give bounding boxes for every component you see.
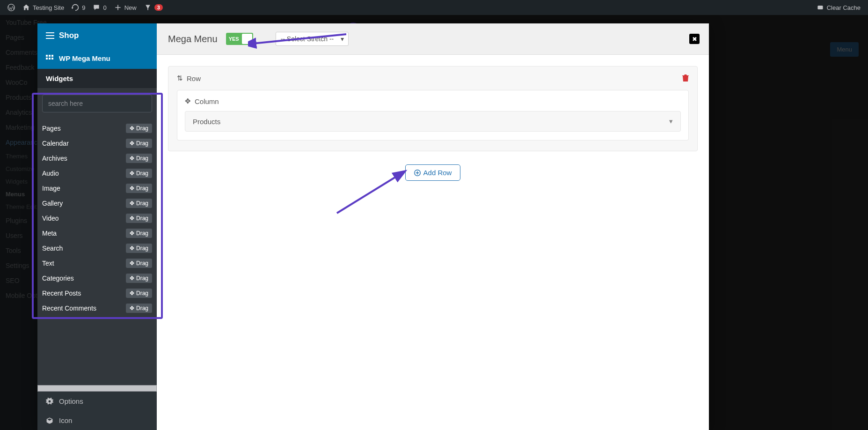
new-label: New [124, 4, 137, 11]
mega-menu-modal: Shop WP Mega Menu Widgets Pages✥ DragCal… [37, 23, 709, 430]
mega-menu-sidebar: Shop WP Mega Menu Widgets Pages✥ DragCal… [37, 23, 157, 430]
hamburger-icon [46, 32, 54, 39]
drag-button[interactable]: ✥ Drag [126, 184, 152, 193]
widget-item: Video✥ Drag [42, 211, 152, 226]
wp-admin-bar: Testing Site 9 0 New 3 Clear Cache [0, 0, 868, 15]
mega-menu-toggle[interactable]: YES [226, 33, 253, 45]
widget-item: Search✥ Drag [42, 241, 152, 256]
site-name[interactable]: Testing Site [19, 0, 68, 15]
widget-item: Recent Comments✥ Drag [42, 301, 152, 316]
mega-menu-row: ⇅ Row ✥ Column Products ▾ [168, 66, 698, 151]
widget-label: Image [42, 185, 60, 192]
drag-button[interactable]: ✥ Drag [126, 214, 152, 223]
close-button[interactable]: ✖ [689, 34, 700, 44]
widget-item: Calendar✥ Drag [42, 136, 152, 151]
widgets-panel: Pages✥ DragCalendar✥ DragArchives✥ DragA… [37, 88, 157, 392]
delete-row-button[interactable] [682, 74, 689, 82]
column-header: ✥ Column [185, 97, 681, 105]
drag-button[interactable]: ✥ Drag [126, 154, 152, 163]
comments-count: 0 [103, 4, 106, 11]
cube-icon [46, 417, 53, 424]
tab-options[interactable]: Options [37, 392, 157, 411]
drag-button[interactable]: ✥ Drag [126, 199, 152, 208]
svg-rect-5 [46, 55, 48, 57]
widget-label: Calendar [42, 140, 69, 147]
row-label: Row [187, 74, 201, 82]
move-icon: ✥ [130, 230, 134, 237]
drag-button[interactable]: ✥ Drag [126, 259, 152, 268]
tab-widgets-header: Widgets [37, 69, 157, 88]
drag-button[interactable]: ✥ Drag [126, 274, 152, 283]
move-icon: ✥ [130, 260, 134, 267]
widget-label: Text [42, 259, 54, 267]
move-icon: ✥ [130, 185, 134, 192]
widget-name: Products [193, 118, 220, 126]
tab-icon-label: Icon [59, 416, 72, 424]
add-row-label: Add Row [423, 169, 452, 177]
svg-rect-3 [46, 35, 54, 36]
widget-item: Categories✥ Drag [42, 271, 152, 286]
home-icon [22, 4, 30, 11]
move-icon: ✥ [130, 290, 134, 297]
svg-rect-1 [817, 6, 823, 9]
grid-icon [46, 55, 53, 62]
drag-button[interactable]: ✥ Drag [126, 139, 152, 148]
widget-label: Categories [42, 274, 74, 282]
widget-label: Recent Posts [42, 289, 81, 297]
updates[interactable]: 9 [68, 0, 89, 15]
tab-options-label: Options [59, 397, 83, 405]
add-row-button[interactable]: Add Row [405, 164, 461, 181]
move-icon: ✥ [130, 155, 134, 162]
yoast-icon [144, 4, 152, 11]
widget-search-input[interactable] [42, 95, 152, 112]
drag-button[interactable]: ✥ Drag [126, 304, 152, 313]
move-icon: ✥ [130, 125, 134, 132]
close-icon: ✖ [692, 36, 697, 43]
svg-rect-6 [49, 55, 51, 57]
horizontal-scrollbar[interactable] [37, 385, 157, 392]
move-icon: ✥ [130, 245, 134, 252]
tab-mega-label: WP Mega Menu [59, 54, 110, 62]
move-icon: ✥ [130, 305, 134, 311]
widget-label: Audio [42, 170, 59, 177]
widget-item: Gallery✥ Drag [42, 196, 152, 211]
widget-label: Pages [42, 125, 61, 132]
shop-label: Shop [59, 31, 79, 40]
widget-products[interactable]: Products ▾ [185, 111, 681, 132]
svg-rect-9 [49, 58, 51, 59]
new-content[interactable]: New [110, 0, 140, 15]
sort-icon[interactable]: ⇅ [177, 74, 183, 82]
update-icon [72, 4, 79, 11]
drag-button[interactable]: ✥ Drag [126, 124, 152, 133]
mega-menu-header: Mega Menu YES -- Select Stretch -- ✖ [157, 23, 709, 55]
mega-menu-body: ⇅ Row ✥ Column Products ▾ Add [157, 55, 709, 430]
wordpress-icon [7, 4, 15, 11]
widget-label: Search [42, 245, 63, 252]
drag-button[interactable]: ✥ Drag [126, 229, 152, 238]
drag-button[interactable]: ✥ Drag [126, 244, 152, 253]
yoast[interactable]: 3 [140, 0, 167, 15]
widget-item: Text✥ Drag [42, 256, 152, 271]
tab-wp-mega-menu[interactable]: WP Mega Menu [37, 48, 157, 69]
widget-label: Archives [42, 155, 67, 162]
move-icon: ✥ [130, 215, 134, 222]
stretch-select[interactable]: -- Select Stretch -- [276, 32, 349, 46]
clear-cache[interactable]: Clear Cache [813, 0, 864, 15]
mega-menu-column: ✥ Column Products ▾ [177, 90, 689, 141]
shop-header: Shop [37, 23, 157, 48]
comments[interactable]: 0 [89, 0, 110, 15]
drag-button[interactable]: ✥ Drag [126, 289, 152, 298]
tab-icon[interactable]: Icon [37, 411, 157, 430]
wp-logo[interactable] [4, 0, 19, 15]
drag-button[interactable]: ✥ Drag [126, 169, 152, 178]
cache-icon [817, 4, 824, 11]
widget-item: Archives✥ Drag [42, 151, 152, 166]
move-icon[interactable]: ✥ [185, 97, 191, 105]
svg-rect-7 [51, 55, 53, 57]
widget-label: Gallery [42, 200, 63, 207]
svg-rect-8 [46, 58, 48, 59]
plus-icon [114, 4, 122, 11]
svg-rect-2 [46, 32, 54, 33]
widget-item: Meta✥ Drag [42, 226, 152, 241]
plus-circle-icon [414, 170, 421, 176]
